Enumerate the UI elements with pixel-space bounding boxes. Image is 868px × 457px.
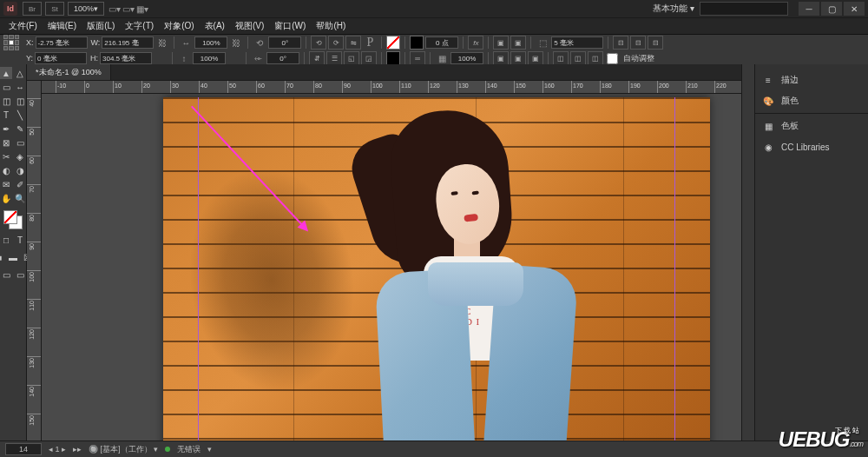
note-tool[interactable]: ✉ <box>0 178 12 190</box>
link-scale-icon[interactable]: ⛓ <box>229 36 243 50</box>
panel-strip[interactable] <box>741 64 754 441</box>
stroke-swatch[interactable] <box>410 36 424 50</box>
formatting-text-button[interactable]: ▬ <box>7 251 19 263</box>
preflight-profile[interactable]: 🔘 [基本]（工作） ▾ <box>89 444 158 455</box>
select-content-button[interactable]: ◲ <box>361 51 377 65</box>
scissors-tool[interactable]: ✂ <box>0 150 12 162</box>
preview-button[interactable]: ▭ <box>14 268 26 281</box>
fill-stroke-swatch[interactable] <box>3 210 23 229</box>
flip-h-button[interactable]: ⇋ <box>345 36 361 50</box>
select-container-button[interactable]: ◱ <box>344 51 359 65</box>
free-transform-tool[interactable]: ◈ <box>14 150 26 162</box>
type-tool[interactable]: T <box>0 109 12 121</box>
zoom-tool[interactable]: 🔍 <box>14 192 26 204</box>
page[interactable]: LCAND I <box>163 97 710 441</box>
horizontal-ruler[interactable]: -100102030405060708090100110120130140150… <box>42 81 741 94</box>
page-nav-input[interactable]: 14 <box>5 443 42 455</box>
apply-color-button[interactable]: □ <box>0 234 12 246</box>
page-tool[interactable]: ▭ <box>0 81 12 93</box>
wrap-5-button[interactable]: ▣ <box>528 51 543 65</box>
direct-selection-tool[interactable]: △ <box>14 67 26 79</box>
arrange-button[interactable]: ☰ <box>326 51 342 65</box>
w-input[interactable]: 216.195 毫 <box>102 36 154 49</box>
gap-tool[interactable]: ↔ <box>14 81 26 93</box>
apply-gradient-button[interactable]: T <box>14 234 26 246</box>
normal-view-button[interactable]: ▭ <box>0 268 12 281</box>
wrap-2-button[interactable]: ▣ <box>510 36 526 50</box>
menu-file[interactable]: 文件(F) <box>3 18 43 34</box>
menu-object[interactable]: 对象(O) <box>159 18 199 34</box>
pencil-tool[interactable]: ✎ <box>14 123 26 135</box>
opacity-input[interactable]: 100% <box>450 52 483 64</box>
stroke-weight-input[interactable]: 0 点 <box>425 36 458 49</box>
panel-swatches[interactable]: ▦色板 <box>755 116 868 136</box>
menu-layout[interactable]: 版面(L) <box>82 18 120 34</box>
bridge-button[interactable]: Br <box>23 2 42 16</box>
fit-1-button[interactable]: ◫ <box>553 51 569 65</box>
eyedropper-tool[interactable]: ✐ <box>14 178 26 190</box>
search-input[interactable] <box>700 2 788 16</box>
workspace-name[interactable]: 基本功能 ▾ <box>653 3 694 15</box>
wrap-4-button[interactable]: ▣ <box>510 51 526 65</box>
pen-tool[interactable]: ✒ <box>0 123 12 135</box>
rectangle-frame-tool[interactable]: ⊠ <box>0 136 12 149</box>
autofit-checkbox[interactable] <box>607 53 618 64</box>
scale-x-input[interactable]: 100% <box>194 36 227 49</box>
maximize-button[interactable]: ▢ <box>821 2 842 16</box>
margin-guide-left[interactable] <box>198 97 199 441</box>
arrange-icon[interactable]: ▦▾ <box>135 2 149 16</box>
flip-v-button[interactable]: ⇵ <box>309 51 325 65</box>
shear-input[interactable]: 0° <box>266 52 299 64</box>
panel-stroke[interactable]: ≡描边 <box>755 70 868 90</box>
big-p-icon[interactable]: P <box>363 36 377 50</box>
wrap-1-button[interactable]: ▣ <box>493 36 509 50</box>
menu-type[interactable]: 文字(T) <box>120 18 159 34</box>
content-placer-tool[interactable]: ◫ <box>14 95 26 107</box>
wrap-3-button[interactable]: ▣ <box>493 51 509 65</box>
close-button[interactable]: ✕ <box>844 2 865 16</box>
vertical-ruler[interactable]: 405060708090100110120130140150 <box>27 81 42 441</box>
canvas[interactable]: LCAND I <box>42 94 741 441</box>
rotate-input[interactable]: 0° <box>268 36 301 49</box>
selection-tool[interactable]: ▲ <box>0 67 12 79</box>
menu-view[interactable]: 视图(V) <box>230 18 269 34</box>
x-input[interactable]: -2.75 毫米 <box>36 36 88 49</box>
fit-3-button[interactable]: ◫ <box>588 51 603 65</box>
stock-button[interactable]: St <box>45 2 64 16</box>
rotate-ccw-button[interactable]: ⟲ <box>311 36 326 50</box>
fill-swatch[interactable] <box>386 36 400 50</box>
content-collector-tool[interactable]: ◫ <box>0 95 12 107</box>
fill-swatch-2[interactable] <box>386 51 400 65</box>
formatting-container-button[interactable]: ■ <box>0 251 5 263</box>
page-arrows[interactable]: ◂ 1 ▸ <box>49 445 66 454</box>
rectangle-tool[interactable]: ▭ <box>14 136 26 149</box>
view-options-icon[interactable]: ▭▾ <box>108 2 122 16</box>
zoom-select[interactable]: 100% ▾ <box>68 2 104 16</box>
fit-2-button[interactable]: ◫ <box>570 51 586 65</box>
document-tab[interactable]: *未命名-1 @ 100% <box>27 64 111 80</box>
placed-image[interactable]: LCAND I <box>163 97 710 441</box>
menu-table[interactable]: 表(A) <box>200 18 230 34</box>
margin-guide-right[interactable] <box>674 97 675 441</box>
fx-button[interactable]: fx <box>468 36 483 50</box>
h-input[interactable]: 304.5 毫米 <box>100 52 152 64</box>
reference-point[interactable] <box>3 35 19 50</box>
menu-window[interactable]: 窗口(W) <box>269 18 311 34</box>
align-1-button[interactable]: ⊟ <box>613 36 628 50</box>
gradient-swatch-tool[interactable]: ◐ <box>0 164 12 176</box>
corner-input[interactable]: 5 毫米 <box>551 36 603 49</box>
align-3-button[interactable]: ⊟ <box>648 36 663 50</box>
gradient-feather-tool[interactable]: ◑ <box>14 164 26 176</box>
stroke-style-button[interactable]: ═ <box>410 51 425 65</box>
panel-cc-libraries[interactable]: ◉CC Libraries <box>755 136 868 157</box>
preflight-errors[interactable]: 无错误 <box>177 444 201 455</box>
y-input[interactable]: 0 毫米 <box>35 52 87 64</box>
corner-icon[interactable]: ⬚ <box>536 36 549 50</box>
scale-y-input[interactable]: 100% <box>193 52 226 64</box>
align-2-button[interactable]: ⊟ <box>630 36 646 50</box>
menu-edit[interactable]: 编辑(E) <box>43 18 82 34</box>
line-tool[interactable]: ╲ <box>14 109 26 121</box>
panel-color[interactable]: 🎨颜色 <box>755 90 868 111</box>
menu-help[interactable]: 帮助(H) <box>311 18 351 34</box>
constrain-icon[interactable]: ⛓ <box>155 36 169 50</box>
